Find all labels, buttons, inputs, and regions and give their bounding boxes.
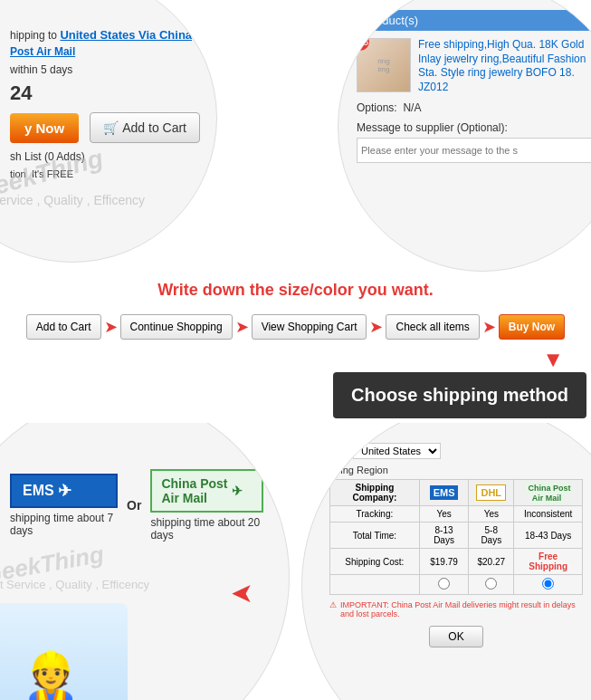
ems-logo: EMS xyxy=(430,485,459,500)
china-post-option: China PostAir Mail ✈ shipping time about… xyxy=(150,469,263,542)
time-ems: 8-13 Days xyxy=(419,523,469,549)
product-header: Product(s) xyxy=(357,10,591,31)
table-row-tracking: Tracking: Yes Yes Inconsistent xyxy=(330,506,583,523)
bottom-right-content: 🇺🇸 United States pping Region Shipping C… xyxy=(329,442,583,647)
action-buttons: y Now 🛒 Add to Cart xyxy=(10,112,217,143)
steps-section: Add to Cart ➤ Continue Shopping ➤ View S… xyxy=(0,307,591,347)
arrow-icon-4: ➤ xyxy=(482,317,496,337)
radio-ems[interactable] xyxy=(419,575,469,595)
arrow-icon-2: ➤ xyxy=(235,317,249,337)
table-row-time: Total Time: 8-13 Days 5-8 Days 18-43 Day… xyxy=(330,523,583,549)
product-row: ringimg 503 Free shipping,High Qua. 18K … xyxy=(357,38,591,94)
ems-badge: EMS ✈ xyxy=(10,474,118,508)
radio-dhl[interactable] xyxy=(469,575,514,595)
choose-shipping-label: Choose shipping method xyxy=(333,372,586,418)
product-image-wrapper: ringimg 503 xyxy=(357,38,411,94)
shipping-method-text: Post Air Mail xyxy=(10,45,217,58)
person-illustration: 👷 xyxy=(0,603,128,700)
country-select[interactable]: United States xyxy=(353,443,441,459)
message-label: Message to supplier (Optional): xyxy=(357,121,591,134)
arrow-icon-3: ➤ xyxy=(369,317,383,337)
time-dhl: 5-8 Days xyxy=(469,523,514,549)
radio-label xyxy=(330,575,420,595)
radio-ems-input[interactable] xyxy=(438,578,450,590)
dhl-logo: DHL xyxy=(476,484,506,501)
bottom-left-circle: EMS ✈ shipping time about 7 days Or Chin… xyxy=(0,423,290,700)
tracking-label: Tracking: xyxy=(330,506,420,523)
arrow-icon-1: ➤ xyxy=(104,317,118,337)
time-label: Total Time: xyxy=(330,523,420,549)
product-badge: 503 xyxy=(351,33,369,51)
shipping-to-text: hipping to xyxy=(10,29,57,42)
china-post-logo: China PostAir Mail xyxy=(526,482,571,504)
cost-ems: $19.79 xyxy=(419,549,469,575)
continue-shopping-step[interactable]: Continue Shopping xyxy=(120,314,233,340)
cost-label: Shipping Cost: xyxy=(330,549,420,575)
tracking-ems: Yes xyxy=(419,506,469,523)
ems-option: EMS ✈ shipping time about 7 days xyxy=(10,474,118,537)
buy-now-step[interactable]: Buy Now xyxy=(499,314,565,340)
check-items-step[interactable]: Check all items xyxy=(386,314,479,340)
free-shipping-text: Free Shipping xyxy=(529,551,567,571)
or-divider: Or xyxy=(127,498,141,513)
message-input[interactable] xyxy=(357,138,591,163)
table-row-radio xyxy=(330,575,583,595)
important-note: ⚠ IMPORTANT: China Post Air Mail deliver… xyxy=(329,600,583,618)
shipping-link[interactable]: United States Via China xyxy=(60,28,192,42)
time-china: 18-43 Days xyxy=(514,523,583,549)
product-options: Options: N/A xyxy=(357,101,591,114)
cost-dhl: $20.27 xyxy=(469,549,514,575)
table-header-china: China PostAir Mail xyxy=(514,480,583,506)
product-title: Free shipping,High Qua. 18K Gold Inlay j… xyxy=(418,38,591,94)
cost-china: Free Shipping xyxy=(514,549,583,575)
bottom-left-content: EMS ✈ shipping time about 7 days Or Chin… xyxy=(10,469,263,551)
delivery-time: within 5 days xyxy=(10,63,217,76)
add-to-cart-button[interactable]: 🛒 Add to Cart xyxy=(90,112,200,143)
important-text: IMPORTANT: China Post Air Mail deliverie… xyxy=(340,600,583,618)
arrow-left-icon: ➤ xyxy=(231,577,253,609)
warning-icon: ⚠ xyxy=(329,600,337,609)
product-info: Free shipping,High Qua. 18K Gold Inlay j… xyxy=(418,38,591,94)
china-post-badge: China PostAir Mail ✈ xyxy=(150,469,263,513)
bottom-section: EMS ✈ shipping time about 7 days Or Chin… xyxy=(0,423,591,700)
tracking-china: Inconsistent xyxy=(514,506,583,523)
table-header-dhl: DHL xyxy=(469,480,514,506)
tracking-dhl: Yes xyxy=(469,506,514,523)
write-down-text: Write down the size/color you want. xyxy=(18,281,573,300)
radio-china-input[interactable] xyxy=(542,578,554,590)
radio-china[interactable] xyxy=(514,575,583,595)
cart-icon: 🛒 xyxy=(103,120,119,135)
right-product-circle: Product(s) ringimg 503 Free shipping,Hig… xyxy=(338,0,591,272)
china-post-shipping-time: shipping time about 20 days xyxy=(150,516,263,542)
view-cart-step[interactable]: View Shopping Cart xyxy=(252,314,367,340)
watermark-sub-bottom: Great Service , Quality , Efficency xyxy=(0,578,149,591)
shipping-table: Shipping Company: EMS DHL China PostAir … xyxy=(329,479,583,595)
ems-shipping-time: shipping time about 7 days xyxy=(10,512,118,537)
bottom-right-circle: 🇺🇸 United States pping Region Shipping C… xyxy=(301,423,591,700)
china-post-text: China PostAir Mail xyxy=(161,476,227,505)
arrow-down-icon: ▼ xyxy=(0,347,591,372)
left-circle-content: hipping to United States Via China Post … xyxy=(10,28,217,179)
ems-text: EMS xyxy=(23,483,54,499)
ok-button[interactable]: OK xyxy=(429,626,482,647)
shipping-to-label: hipping to United States Via China xyxy=(10,28,217,42)
shipping-region-label: pping Region xyxy=(329,465,583,475)
table-row-cost: Shipping Cost: $19.79 $20.27 Free Shippi… xyxy=(330,549,583,575)
choose-shipping-box: Choose shipping method xyxy=(5,372,586,418)
write-down-section: Write down the size/color you want. xyxy=(0,272,591,307)
add-to-cart-step[interactable]: Add to Cart xyxy=(26,314,101,340)
buy-now-button[interactable]: y Now xyxy=(10,113,79,143)
china-plane-icon: ✈ xyxy=(232,484,243,498)
shipping-options-row: EMS ✈ shipping time about 7 days Or Chin… xyxy=(10,469,263,542)
table-header-company: Shipping Company: xyxy=(330,480,420,506)
radio-dhl-input[interactable] xyxy=(485,578,497,590)
top-section: hipping to United States Via China Post … xyxy=(0,0,591,272)
watermark-sub-left: Great Service , Quality , Efficency xyxy=(0,193,145,207)
country-selector-row: 🇺🇸 United States xyxy=(329,442,583,459)
right-circle-content: Product(s) ringimg 503 Free shipping,Hig… xyxy=(357,10,591,163)
left-product-circle: hipping to United States Via China Post … xyxy=(0,0,217,263)
table-header-ems: EMS xyxy=(419,480,469,506)
product-price: 24 xyxy=(10,82,217,105)
plane-icon: ✈ xyxy=(58,481,71,501)
shipping-country: United States Via China xyxy=(60,28,192,42)
